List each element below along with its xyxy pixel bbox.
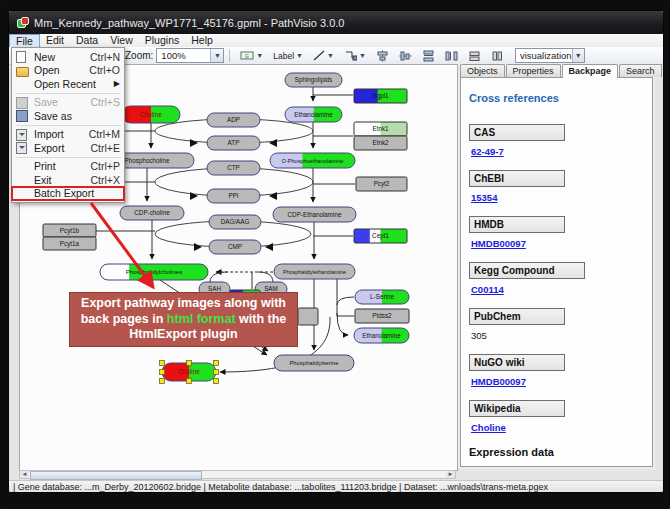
- tab-search[interactable]: Search: [619, 64, 662, 77]
- selection-handle[interactable]: [160, 379, 165, 384]
- scroll-left-icon[interactable]: ◄: [20, 471, 29, 478]
- menu-plugins[interactable]: Plugins: [139, 34, 185, 47]
- common-width-button[interactable]: [464, 47, 485, 64]
- distribute-horizontal-button[interactable]: [441, 47, 462, 64]
- xref-link[interactable]: HMDB00097: [471, 376, 644, 387]
- shortcut-label: Ctrl+M: [89, 128, 120, 140]
- scroll-right-icon[interactable]: ►: [446, 471, 455, 478]
- align-vertical-center-button[interactable]: [395, 47, 416, 64]
- selection-handle[interactable]: [187, 379, 192, 384]
- xref-section-wikipedia: WikipediaCholine: [469, 400, 644, 433]
- xref-link[interactable]: 15354: [471, 192, 644, 203]
- xref-link[interactable]: 62-49-7: [471, 146, 644, 157]
- align-vertical-center-icon: [399, 50, 412, 62]
- node-choline-selected[interactable]: Choline: [160, 361, 219, 384]
- selection-handle[interactable]: [214, 370, 219, 375]
- node-label: Ptdss2: [372, 312, 392, 319]
- node-cept1[interactable]: Cept1: [354, 229, 407, 243]
- connector-dropdown-button[interactable]: ▼: [340, 47, 370, 64]
- node-ctp[interactable]: CTP: [207, 161, 260, 175]
- file-menu-item-exit[interactable]: ExitCtrl+X: [12, 173, 124, 187]
- file-menu-item-save-as[interactable]: Save as: [12, 109, 124, 123]
- node-adp[interactable]: ADP: [207, 113, 260, 127]
- file-menu-item-new[interactable]: NewCtrl+N: [12, 50, 124, 64]
- file-menu-item-open-recent[interactable]: Open Recent▶: [12, 77, 124, 91]
- node-cdp-choline[interactable]: CDP-choline: [120, 206, 184, 220]
- node-cmp[interactable]: CMP: [209, 240, 261, 254]
- xref-link[interactable]: C00114: [471, 284, 644, 295]
- file-menu-item-open[interactable]: OpenCtrl+O: [12, 64, 124, 78]
- tab-backpage[interactable]: Backpage: [562, 64, 619, 78]
- menu-file[interactable]: File: [9, 34, 40, 47]
- node-ppi[interactable]: PPi: [207, 189, 260, 203]
- node-label: Pcyt1b: [60, 227, 80, 235]
- label-dropdown-button[interactable]: Label ▼: [269, 47, 307, 64]
- file-menu-item-save[interactable]: SaveCtrl+S: [12, 96, 124, 110]
- tab-objects[interactable]: Objects: [460, 64, 505, 77]
- align-horizontal-center-button[interactable]: [372, 47, 393, 64]
- distribute-vertical-icon: [422, 50, 435, 62]
- menu-help[interactable]: Help: [185, 34, 219, 47]
- node-gene-fragment-2[interactable]: [298, 308, 318, 325]
- common-height-button[interactable]: [487, 47, 508, 64]
- node-phosphatidylcholines[interactable]: Phosphatidylcholines: [100, 264, 208, 280]
- selection-handle[interactable]: [160, 361, 165, 366]
- node-l-serine[interactable]: L-Serine: [355, 290, 409, 304]
- node-ethanolamine-top[interactable]: Ethanolamine: [285, 107, 342, 122]
- node-ptdss2[interactable]: Ptdss2: [355, 309, 409, 323]
- node-label: O-Phosphoethanolamine: [282, 158, 344, 164]
- xref-link[interactable]: Choline: [471, 422, 644, 433]
- node-sgpl1[interactable]: Sgpl1: [354, 89, 407, 103]
- app-icon: [17, 17, 28, 28]
- node-sphingolipids[interactable]: Sphingolipids: [285, 73, 342, 87]
- tab-properties[interactable]: Properties: [506, 64, 561, 77]
- distribute-vertical-button[interactable]: [418, 47, 439, 64]
- node-label: Etnk2: [372, 139, 389, 146]
- node-phosphatidylserine[interactable]: Phosphatidylserine: [274, 355, 354, 371]
- node-pcyt2[interactable]: Pcyt2: [356, 177, 407, 191]
- dropdown-arrow-icon[interactable]: ▼: [572, 49, 584, 62]
- menu-view[interactable]: View: [104, 34, 139, 47]
- zoom-combobox[interactable]: 100% ▼: [156, 48, 224, 63]
- node-dag-aag[interactable]: DAG/AAG: [209, 215, 261, 229]
- file-menu-item-import[interactable]: ImportCtrl+M: [12, 128, 124, 142]
- menu-data[interactable]: Data: [70, 34, 104, 47]
- selection-handle[interactable]: [214, 379, 219, 384]
- selection-handle[interactable]: [160, 370, 165, 375]
- node-label: L-Serine: [370, 293, 394, 300]
- node-cdp-ethanolamine[interactable]: CDP-Ethanolamine: [273, 207, 356, 222]
- menu-edit[interactable]: Edit: [40, 34, 70, 47]
- selection-handle[interactable]: [187, 361, 192, 366]
- tab-legend[interactable]: Legend: [663, 64, 664, 77]
- dropdown-arrow-icon[interactable]: ▼: [210, 49, 223, 62]
- scrollbar-thumb[interactable]: [30, 471, 202, 480]
- title-bar[interactable]: Mm_Kennedy_pathway_WP1771_45176.gpml - P…: [9, 11, 663, 34]
- datanode-dropdown-button[interactable]: G ▼: [236, 47, 267, 64]
- node-pcyt1a[interactable]: Pcyt1a: [43, 237, 96, 250]
- node-ethanolamine-bottom[interactable]: Ethanolamine: [354, 328, 409, 343]
- node-o-phosphoethanolamine[interactable]: O-Phosphoethanolamine: [270, 153, 355, 168]
- save-icon: [16, 97, 28, 109]
- visualization-combobox[interactable]: visualization ▼: [515, 48, 585, 63]
- xref-link[interactable]: HMDB00097: [471, 238, 644, 249]
- xref-section-nugo-wiki: NuGO wikiHMDB00097: [469, 354, 644, 387]
- node-label: Phosphatidylethanolamine: [283, 269, 346, 275]
- pathvisio-window: Mm_Kennedy_pathway_WP1771_45176.gpml - P…: [8, 10, 664, 493]
- file-menu-item-batch-export[interactable]: Batch Export: [12, 187, 124, 201]
- backpage-panel[interactable]: Cross references CAS62-49-7ChEBI15354HMD…: [460, 77, 653, 467]
- line-dropdown-button[interactable]: ▼: [309, 47, 338, 64]
- file-menu-item-print[interactable]: PrintCtrl+P: [12, 160, 124, 174]
- selection-handle[interactable]: [214, 361, 219, 366]
- horizontal-scrollbar[interactable]: ◄ ►: [19, 470, 456, 479]
- node-pcyt1b[interactable]: Pcyt1b: [43, 224, 96, 237]
- node-etnk1[interactable]: Etnk1: [354, 122, 407, 136]
- node-label: Phosphocholine: [125, 157, 170, 165]
- file-menu-item-export[interactable]: ExportCtrl+E: [12, 141, 124, 155]
- common-height-icon: [491, 50, 504, 62]
- node-atp[interactable]: ATP: [207, 136, 260, 150]
- node-label: Phosphatidylserine: [290, 360, 339, 366]
- xref-section-chebi: ChEBI15354: [469, 170, 644, 203]
- node-choline-top[interactable]: Choline: [122, 106, 180, 123]
- node-phosphatidylethanolamine[interactable]: Phosphatidylethanolamine: [274, 264, 355, 279]
- node-etnk2[interactable]: Etnk2: [354, 136, 407, 150]
